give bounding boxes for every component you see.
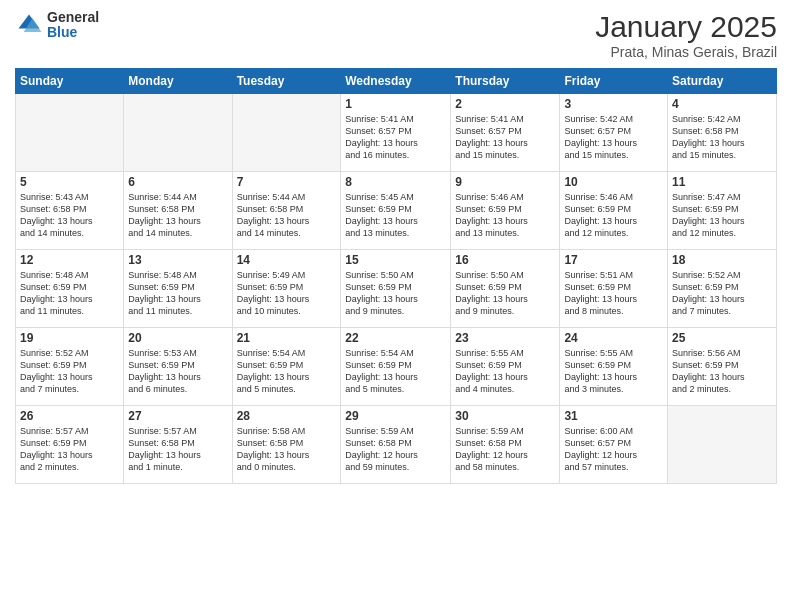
day-info: Sunrise: 5:41 AM Sunset: 6:57 PM Dayligh… bbox=[455, 113, 555, 162]
week-row-4: 19Sunrise: 5:52 AM Sunset: 6:59 PM Dayli… bbox=[16, 328, 777, 406]
calendar-subtitle: Prata, Minas Gerais, Brazil bbox=[595, 44, 777, 60]
day-info: Sunrise: 5:41 AM Sunset: 6:57 PM Dayligh… bbox=[345, 113, 446, 162]
table-cell bbox=[232, 94, 341, 172]
table-cell: 15Sunrise: 5:50 AM Sunset: 6:59 PM Dayli… bbox=[341, 250, 451, 328]
day-info: Sunrise: 5:52 AM Sunset: 6:59 PM Dayligh… bbox=[20, 347, 119, 396]
table-cell: 18Sunrise: 5:52 AM Sunset: 6:59 PM Dayli… bbox=[668, 250, 777, 328]
table-cell bbox=[668, 406, 777, 484]
day-number: 16 bbox=[455, 253, 555, 267]
day-number: 10 bbox=[564, 175, 663, 189]
day-number: 1 bbox=[345, 97, 446, 111]
day-info: Sunrise: 5:56 AM Sunset: 6:59 PM Dayligh… bbox=[672, 347, 772, 396]
table-cell: 7Sunrise: 5:44 AM Sunset: 6:58 PM Daylig… bbox=[232, 172, 341, 250]
title-block: January 2025 Prata, Minas Gerais, Brazil bbox=[595, 10, 777, 60]
day-info: Sunrise: 5:46 AM Sunset: 6:59 PM Dayligh… bbox=[455, 191, 555, 240]
day-info: Sunrise: 5:53 AM Sunset: 6:59 PM Dayligh… bbox=[128, 347, 227, 396]
col-monday: Monday bbox=[124, 69, 232, 94]
day-number: 5 bbox=[20, 175, 119, 189]
day-number: 17 bbox=[564, 253, 663, 267]
day-info: Sunrise: 5:57 AM Sunset: 6:59 PM Dayligh… bbox=[20, 425, 119, 474]
table-cell: 8Sunrise: 5:45 AM Sunset: 6:59 PM Daylig… bbox=[341, 172, 451, 250]
col-sunday: Sunday bbox=[16, 69, 124, 94]
table-cell: 23Sunrise: 5:55 AM Sunset: 6:59 PM Dayli… bbox=[451, 328, 560, 406]
table-cell: 9Sunrise: 5:46 AM Sunset: 6:59 PM Daylig… bbox=[451, 172, 560, 250]
table-cell: 24Sunrise: 5:55 AM Sunset: 6:59 PM Dayli… bbox=[560, 328, 668, 406]
table-cell: 1Sunrise: 5:41 AM Sunset: 6:57 PM Daylig… bbox=[341, 94, 451, 172]
col-tuesday: Tuesday bbox=[232, 69, 341, 94]
table-cell: 31Sunrise: 6:00 AM Sunset: 6:57 PM Dayli… bbox=[560, 406, 668, 484]
day-number: 14 bbox=[237, 253, 337, 267]
day-info: Sunrise: 5:59 AM Sunset: 6:58 PM Dayligh… bbox=[455, 425, 555, 474]
day-number: 20 bbox=[128, 331, 227, 345]
table-cell: 11Sunrise: 5:47 AM Sunset: 6:59 PM Dayli… bbox=[668, 172, 777, 250]
day-number: 27 bbox=[128, 409, 227, 423]
day-number: 18 bbox=[672, 253, 772, 267]
day-info: Sunrise: 5:51 AM Sunset: 6:59 PM Dayligh… bbox=[564, 269, 663, 318]
table-cell: 14Sunrise: 5:49 AM Sunset: 6:59 PM Dayli… bbox=[232, 250, 341, 328]
day-number: 21 bbox=[237, 331, 337, 345]
logo-general: General bbox=[47, 10, 99, 25]
day-number: 22 bbox=[345, 331, 446, 345]
table-cell: 12Sunrise: 5:48 AM Sunset: 6:59 PM Dayli… bbox=[16, 250, 124, 328]
day-number: 13 bbox=[128, 253, 227, 267]
logo-text: General Blue bbox=[47, 10, 99, 41]
day-info: Sunrise: 5:57 AM Sunset: 6:58 PM Dayligh… bbox=[128, 425, 227, 474]
table-cell: 28Sunrise: 5:58 AM Sunset: 6:58 PM Dayli… bbox=[232, 406, 341, 484]
day-number: 28 bbox=[237, 409, 337, 423]
week-row-3: 12Sunrise: 5:48 AM Sunset: 6:59 PM Dayli… bbox=[16, 250, 777, 328]
calendar-header: Sunday Monday Tuesday Wednesday Thursday… bbox=[16, 69, 777, 94]
col-wednesday: Wednesday bbox=[341, 69, 451, 94]
day-info: Sunrise: 5:47 AM Sunset: 6:59 PM Dayligh… bbox=[672, 191, 772, 240]
logo-icon bbox=[15, 11, 43, 39]
day-number: 26 bbox=[20, 409, 119, 423]
day-info: Sunrise: 5:42 AM Sunset: 6:57 PM Dayligh… bbox=[564, 113, 663, 162]
day-info: Sunrise: 5:44 AM Sunset: 6:58 PM Dayligh… bbox=[237, 191, 337, 240]
day-number: 9 bbox=[455, 175, 555, 189]
col-saturday: Saturday bbox=[668, 69, 777, 94]
logo: General Blue bbox=[15, 10, 99, 41]
logo-blue: Blue bbox=[47, 25, 99, 40]
day-info: Sunrise: 5:55 AM Sunset: 6:59 PM Dayligh… bbox=[455, 347, 555, 396]
table-cell: 2Sunrise: 5:41 AM Sunset: 6:57 PM Daylig… bbox=[451, 94, 560, 172]
day-info: Sunrise: 5:54 AM Sunset: 6:59 PM Dayligh… bbox=[237, 347, 337, 396]
day-info: Sunrise: 5:54 AM Sunset: 6:59 PM Dayligh… bbox=[345, 347, 446, 396]
calendar-table: Sunday Monday Tuesday Wednesday Thursday… bbox=[15, 68, 777, 484]
table-cell: 4Sunrise: 5:42 AM Sunset: 6:58 PM Daylig… bbox=[668, 94, 777, 172]
table-cell: 25Sunrise: 5:56 AM Sunset: 6:59 PM Dayli… bbox=[668, 328, 777, 406]
day-number: 15 bbox=[345, 253, 446, 267]
day-number: 12 bbox=[20, 253, 119, 267]
day-info: Sunrise: 5:46 AM Sunset: 6:59 PM Dayligh… bbox=[564, 191, 663, 240]
day-number: 4 bbox=[672, 97, 772, 111]
day-info: Sunrise: 5:59 AM Sunset: 6:58 PM Dayligh… bbox=[345, 425, 446, 474]
table-cell: 27Sunrise: 5:57 AM Sunset: 6:58 PM Dayli… bbox=[124, 406, 232, 484]
day-info: Sunrise: 5:48 AM Sunset: 6:59 PM Dayligh… bbox=[128, 269, 227, 318]
col-friday: Friday bbox=[560, 69, 668, 94]
day-number: 24 bbox=[564, 331, 663, 345]
table-cell: 26Sunrise: 5:57 AM Sunset: 6:59 PM Dayli… bbox=[16, 406, 124, 484]
table-cell: 30Sunrise: 5:59 AM Sunset: 6:58 PM Dayli… bbox=[451, 406, 560, 484]
day-number: 11 bbox=[672, 175, 772, 189]
day-info: Sunrise: 5:55 AM Sunset: 6:59 PM Dayligh… bbox=[564, 347, 663, 396]
day-number: 2 bbox=[455, 97, 555, 111]
table-cell: 6Sunrise: 5:44 AM Sunset: 6:58 PM Daylig… bbox=[124, 172, 232, 250]
day-number: 19 bbox=[20, 331, 119, 345]
day-number: 3 bbox=[564, 97, 663, 111]
week-row-1: 1Sunrise: 5:41 AM Sunset: 6:57 PM Daylig… bbox=[16, 94, 777, 172]
day-number: 29 bbox=[345, 409, 446, 423]
table-cell: 3Sunrise: 5:42 AM Sunset: 6:57 PM Daylig… bbox=[560, 94, 668, 172]
day-info: Sunrise: 5:52 AM Sunset: 6:59 PM Dayligh… bbox=[672, 269, 772, 318]
calendar-body: 1Sunrise: 5:41 AM Sunset: 6:57 PM Daylig… bbox=[16, 94, 777, 484]
col-thursday: Thursday bbox=[451, 69, 560, 94]
day-info: Sunrise: 5:42 AM Sunset: 6:58 PM Dayligh… bbox=[672, 113, 772, 162]
table-cell: 29Sunrise: 5:59 AM Sunset: 6:58 PM Dayli… bbox=[341, 406, 451, 484]
week-row-5: 26Sunrise: 5:57 AM Sunset: 6:59 PM Dayli… bbox=[16, 406, 777, 484]
day-number: 7 bbox=[237, 175, 337, 189]
day-number: 31 bbox=[564, 409, 663, 423]
table-cell: 20Sunrise: 5:53 AM Sunset: 6:59 PM Dayli… bbox=[124, 328, 232, 406]
table-cell: 17Sunrise: 5:51 AM Sunset: 6:59 PM Dayli… bbox=[560, 250, 668, 328]
calendar-title: January 2025 bbox=[595, 10, 777, 44]
day-number: 25 bbox=[672, 331, 772, 345]
day-number: 6 bbox=[128, 175, 227, 189]
day-info: Sunrise: 5:58 AM Sunset: 6:58 PM Dayligh… bbox=[237, 425, 337, 474]
page-header: General Blue January 2025 Prata, Minas G… bbox=[15, 10, 777, 60]
